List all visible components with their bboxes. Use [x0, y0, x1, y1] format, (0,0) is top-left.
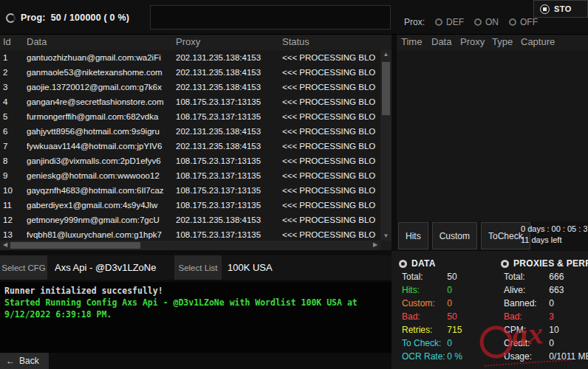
stat-value: 0 % — [447, 351, 462, 362]
prox-radio-option[interactable]: DEF — [435, 17, 464, 27]
table-row[interactable]: 11 gaberdiyex1@gmail.com:4s9y4Jlw 108.17… — [0, 198, 380, 213]
scroll-down-icon[interactable]: ▼ — [380, 233, 392, 239]
stat-value: 715 — [447, 325, 462, 335]
hits-grid-header: Time Data Proxy Type Capture — [397, 35, 588, 50]
row-status: <<< PROCESSING BLO — [282, 109, 380, 124]
table-row[interactable]: 13 fvqbh81@luxurychanel.com:g1hpk7 108.1… — [0, 227, 380, 241]
back-arrow-icon: ← — [6, 356, 15, 366]
hits-tab[interactable]: Hits — [398, 222, 428, 249]
stat-label: Alive: — [504, 283, 547, 297]
progress-group: Prog: 50 / 100000 ( 0 %) — [6, 13, 129, 23]
column-header-hits-data[interactable]: Data — [431, 36, 451, 47]
stat-value: 663 — [549, 285, 564, 295]
back-button[interactable]: ← Back — [0, 353, 49, 369]
row-data: fvqbh81@luxurychanel.com:g1hpk7 — [27, 227, 173, 241]
proxy-stats-header: PROXIES & PERF — [501, 257, 588, 270]
prox-radio-option[interactable]: OFF — [509, 17, 538, 27]
column-header-id[interactable]: Id — [3, 36, 11, 47]
stat-label: Retries: — [402, 323, 445, 337]
column-header-data[interactable]: Data — [27, 36, 47, 47]
row-proxy: 202.131.235.138:4153 — [176, 124, 281, 139]
hits-tab-list: Hits Custom ToCheck — [398, 222, 530, 249]
row-proxy: 202.131.235.138:4153 — [176, 65, 281, 80]
column-header-time[interactable]: Time — [401, 36, 422, 47]
stat-label: Hits: — [402, 283, 445, 297]
vertical-scroll-thumb[interactable] — [382, 62, 390, 115]
table-row[interactable]: 5 furmongerffih@gmail.com:682vdka 108.17… — [0, 109, 380, 124]
stat-row: Hits: 0 — [399, 283, 496, 297]
select-list-button[interactable]: Select List — [174, 255, 222, 280]
scroll-up-icon[interactable]: ▲ — [380, 52, 392, 58]
progress-ring-icon — [6, 13, 16, 23]
row-data: ganjindi3@vixmalls.com:2pD1efyv6 — [27, 154, 173, 168]
horizontal-scrollbar[interactable]: ◀ ▶ — [0, 241, 380, 250]
row-id: 8 — [3, 154, 24, 168]
table-row[interactable]: 10 gayqznfh4683@hotmail.com:6Il7caz 108.… — [0, 183, 380, 198]
table-row[interactable]: 7 fywkuaav1144@hotmail.com:jpYIV6 202.13… — [0, 139, 380, 154]
stat-row: Bad: 3 — [501, 310, 588, 323]
row-data: gahjyvtt8956@hotmail.com:9s9igru — [27, 124, 173, 139]
column-header-proxy[interactable]: Proxy — [176, 36, 200, 47]
elapsed-time: 0 days : 00 : 05 : 3 — [521, 224, 587, 235]
stat-row: Retries: 715 — [399, 323, 496, 337]
table-row[interactable]: 2 ganmaole53@niketexanshome.com 202.131.… — [0, 65, 380, 80]
row-id: 3 — [3, 80, 24, 94]
proxy-stats-rows: Total: 666 Alive: 663 Banned: 0 Bad — [501, 270, 588, 363]
back-label: Back — [19, 356, 39, 366]
data-stats-rows: Total: 50 Hits: 0 Custom: 0 Bad: — [399, 270, 496, 363]
row-status: <<< PROCESSING BLO — [282, 227, 380, 241]
row-status: <<< PROCESSING BLO — [282, 198, 380, 213]
scroll-right-icon[interactable]: ▶ — [372, 242, 379, 248]
stat-value: 0 — [447, 298, 452, 308]
horizontal-scroll-thumb[interactable] — [10, 242, 140, 249]
hits-tab[interactable]: Custom — [432, 222, 477, 249]
table-row[interactable]: 3 gaojie.13720012@gmail.com:g7k6x 202.13… — [0, 80, 380, 94]
column-header-status[interactable]: Status — [282, 36, 310, 47]
stat-value: 50 — [447, 272, 457, 282]
stat-value: 0/1011 MB — [549, 351, 588, 362]
row-data: getmoney999nm@gmail.com:7gcU — [27, 213, 173, 227]
stat-label: Credit: — [504, 337, 547, 350]
table-row[interactable]: 8 ganjindi3@vixmalls.com:2pD1efyv6 108.1… — [0, 154, 380, 168]
table-row[interactable]: 9 genieskg@hotmail.com:wwwooo12 108.175.… — [0, 168, 380, 183]
vertical-scrollbar[interactable]: ▲ ▼ — [380, 50, 392, 241]
table-row[interactable]: 6 gahjyvtt8956@hotmail.com:9s9igru 202.1… — [0, 124, 380, 139]
row-proxy: 108.175.23.137:13135 — [176, 198, 281, 213]
stat-value: 10 — [549, 325, 558, 335]
proxy-stats-title: PROXIES & PERF — [513, 258, 588, 269]
stat-label: Banned: — [504, 297, 547, 310]
stat-value: 0 — [549, 338, 554, 348]
scroll-left-icon[interactable]: ◀ — [1, 242, 9, 248]
prox-radio-list: DEF ON OFF — [435, 17, 538, 27]
stat-value: 3 — [549, 311, 554, 322]
column-header-hits-proxy[interactable]: Proxy — [460, 36, 485, 47]
wordlist-name: 100K USA — [228, 255, 389, 280]
row-id: 7 — [3, 139, 24, 154]
stop-button[interactable]: STO — [533, 0, 588, 18]
table-row[interactable]: 4 gangan4re@secretfashionstore.com 108.1… — [0, 94, 380, 109]
stat-row: OCR Rate: 0 % — [399, 350, 496, 363]
table-row[interactable]: 12 getmoney999nm@gmail.com:7gcU 202.131.… — [0, 213, 380, 227]
proxy-stats-section: PROXIES & PERF Total: 666 Alive: 663 — [501, 257, 588, 363]
row-status: <<< PROCESSING BLO — [282, 50, 380, 65]
row-proxy: 202.131.235.138:4153 — [176, 50, 281, 65]
scrollbar-corner — [380, 241, 392, 250]
column-header-type[interactable]: Type — [492, 36, 513, 47]
prox-radio-option[interactable]: ON — [474, 17, 499, 27]
stat-row: Credit: 0 — [501, 337, 588, 350]
data-stats-icon — [399, 260, 407, 268]
row-status: <<< PROCESSING BLO — [282, 65, 380, 80]
row-data: gantuozhizhuan@gmail.com:wa2iFi — [27, 50, 173, 65]
wordlist-input[interactable] — [150, 5, 391, 30]
data-stats-title: DATA — [411, 258, 436, 269]
cfg-name: Axs Api - @D3v1LZoNe — [55, 255, 171, 280]
column-header-capture[interactable]: Capture — [521, 36, 555, 47]
select-cfg-button[interactable]: Select CFG — [0, 255, 47, 280]
table-row[interactable]: 1 gantuozhizhuan@gmail.com:wa2iFi 202.13… — [0, 50, 380, 65]
row-data: gaojie.13720012@gmail.com:g7k6x — [27, 80, 173, 94]
row-id: 5 — [3, 109, 24, 124]
row-data: ganmaole53@niketexanshome.com — [27, 65, 173, 80]
timer-block: 0 days : 00 : 05 : 3 11 days left — [521, 224, 587, 246]
log-line: Runner initialized succesfully! — [4, 285, 387, 297]
data-stats-header: DATA — [399, 257, 496, 270]
